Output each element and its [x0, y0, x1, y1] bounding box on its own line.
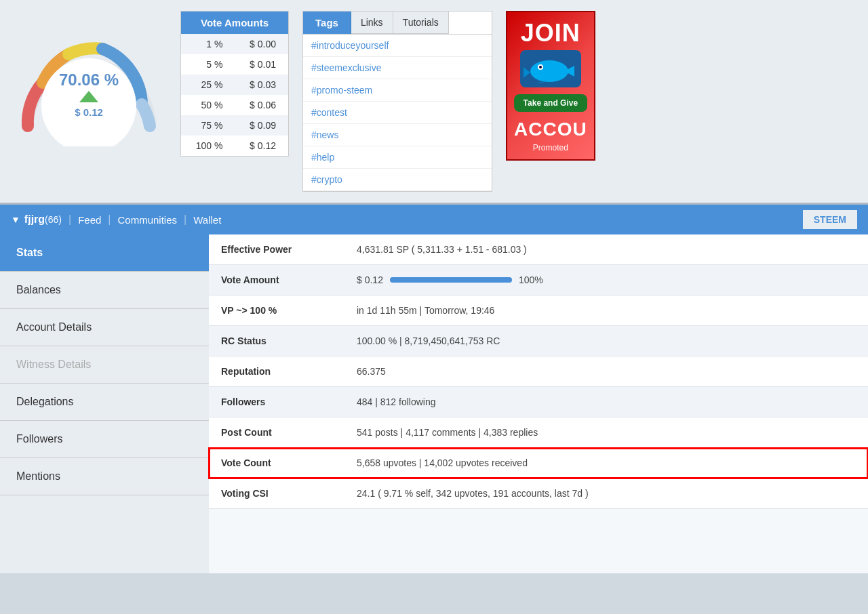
- stats-label: Followers: [209, 387, 344, 417]
- tags-box: Tags Links Tutorials #introduceyourself#…: [302, 11, 492, 192]
- ad-join-text: JOIN: [521, 19, 580, 47]
- ad-take-give: Take and Give: [514, 94, 587, 112]
- stats-row: Effective Power4,631.81 SP ( 5,311.33 + …: [209, 234, 868, 265]
- sidebar-item-witness-details: Witness Details: [0, 346, 209, 384]
- nav-sep-2: |: [108, 213, 111, 226]
- tab-tags[interactable]: Tags: [303, 12, 351, 34]
- vote-pct: 25 %: [181, 75, 235, 95]
- svg-text:70.06 %: 70.06 %: [59, 70, 119, 89]
- vote-bar-track: [390, 277, 512, 283]
- nav-communities-link[interactable]: Communities: [118, 214, 178, 226]
- stats-data: 5,658 upvotes | 14,002 upvotes received: [344, 448, 868, 478]
- vote-amounts-table: 1 %$ 0.005 %$ 0.0125 %$ 0.0350 %$ 0.0675…: [181, 34, 288, 156]
- vote-val: $ 0.12: [235, 136, 288, 156]
- nav-level: (66): [45, 214, 62, 225]
- tag-item[interactable]: #news: [303, 124, 492, 146]
- tags-header-row: Tags Links Tutorials: [303, 12, 492, 34]
- gauge-svg: 70.06 % $ 0.12: [14, 24, 163, 146]
- tag-item[interactable]: #steemexclusive: [303, 57, 492, 79]
- stats-data: 66.375: [344, 356, 868, 387]
- tag-item[interactable]: #promo-steem: [303, 79, 492, 102]
- vote-bar-pct-label: 100%: [519, 274, 543, 285]
- nav-feed-link[interactable]: Feed: [78, 214, 101, 226]
- sidebar-item-mentions[interactable]: Mentions: [0, 458, 209, 495]
- nav-sep-1: |: [68, 213, 71, 226]
- tag-item[interactable]: #help: [303, 146, 492, 169]
- sidebar-item-balances[interactable]: Balances: [0, 272, 209, 309]
- gauge-container: 70.06 % $ 0.12: [11, 11, 167, 160]
- vote-val: $ 0.09: [235, 115, 288, 136]
- nav-bar: ▼ fjjrg (66) | Feed | Communities | Wall…: [0, 205, 868, 234]
- sidebar: StatsBalancesAccount DetailsWitness Deta…: [0, 234, 209, 573]
- sidebar-item-account-details[interactable]: Account Details: [0, 309, 209, 346]
- vote-amount-row[interactable]: 50 %$ 0.06: [181, 95, 288, 115]
- tag-item[interactable]: #crypto: [303, 169, 492, 191]
- vote-pct: 5 %: [181, 54, 235, 75]
- vote-amounts-box: Vote Amounts 1 %$ 0.005 %$ 0.0125 %$ 0.0…: [180, 11, 289, 157]
- vote-pct: 50 %: [181, 95, 235, 115]
- vote-amount-row[interactable]: 100 %$ 0.12: [181, 136, 288, 156]
- top-section: 70.06 % $ 0.12 Vote Amounts 1 %$ 0.005 %…: [0, 0, 868, 205]
- sidebar-item-followers[interactable]: Followers: [0, 421, 209, 458]
- main-content: StatsBalancesAccount DetailsWitness Deta…: [0, 234, 868, 573]
- svg-marker-8: [524, 67, 530, 78]
- stats-label: RC Status: [209, 326, 344, 356]
- vote-pct: 1 %: [181, 34, 235, 54]
- stats-row: VP ~> 100 %in 1d 11h 55m | Tomorrow, 19:…: [209, 295, 868, 326]
- stats-value: 4,631.81 SP ( 5,311.33 + 1.51 - 681.03 ): [357, 244, 527, 255]
- stats-data: 24.1 ( 9.71 % self, 342 upvotes, 191 acc…: [344, 478, 868, 509]
- tags-list: #introduceyourself#steemexclusive#promo-…: [303, 34, 492, 191]
- ad-promote-text: Promoted: [533, 143, 568, 152]
- nav-triangle-icon[interactable]: ▼: [11, 214, 20, 225]
- vote-amounts-header: Vote Amounts: [181, 12, 288, 34]
- stats-data: $ 0.12 100%: [344, 265, 868, 295]
- sidebar-item-delegations[interactable]: Delegations: [0, 384, 209, 421]
- tab-tutorials[interactable]: Tutorials: [393, 12, 449, 34]
- vote-val: $ 0.00: [235, 34, 288, 54]
- stats-value: 484 | 812 following: [357, 396, 436, 407]
- sidebar-item-stats[interactable]: Stats: [0, 234, 209, 272]
- stats-data: 4,631.81 SP ( 5,311.33 + 1.51 - 681.03 ): [344, 234, 868, 265]
- stats-label: VP ~> 100 %: [209, 295, 344, 326]
- ad-accu-text: ACCOU: [514, 119, 587, 140]
- vote-bar-fill: [390, 277, 512, 283]
- stats-row: Reputation66.375: [209, 356, 868, 387]
- stats-row: Vote Count5,658 upvotes | 14,002 upvotes…: [209, 448, 868, 478]
- tag-item[interactable]: #introduceyourself: [303, 35, 492, 57]
- nav-username[interactable]: fjjrg: [24, 213, 45, 226]
- vote-amount-row[interactable]: 25 %$ 0.03: [181, 75, 288, 95]
- ad-box: JOIN Take and Give ACCOU Promoted: [506, 11, 595, 161]
- svg-text:$ 0.12: $ 0.12: [75, 106, 103, 118]
- stats-value: 66.375: [357, 366, 386, 377]
- stats-label: Voting CSI: [209, 478, 344, 509]
- stats-label: Vote Amount: [209, 265, 344, 295]
- stats-value: 100.00 % | 8,719,450,641,753 RC: [357, 335, 500, 346]
- stats-label: Vote Count: [209, 448, 344, 478]
- stats-data: 100.00 % | 8,719,450,641,753 RC: [344, 326, 868, 356]
- stats-row: Vote Amount $ 0.12 100%: [209, 265, 868, 295]
- nav-steem-button[interactable]: STEEM: [803, 210, 857, 229]
- stats-row: Followers484 | 812 following: [209, 387, 868, 417]
- stats-row: Voting CSI24.1 ( 9.71 % self, 342 upvote…: [209, 478, 868, 509]
- vote-pct: 75 %: [181, 115, 235, 136]
- stats-data: 541 posts | 4,117 comments | 4,383 repli…: [344, 417, 868, 448]
- vote-val: $ 0.01: [235, 54, 288, 75]
- stats-panel: Effective Power4,631.81 SP ( 5,311.33 + …: [209, 234, 868, 573]
- whale-icon: [524, 52, 578, 86]
- sidebar-items-container: StatsBalancesAccount DetailsWitness Deta…: [0, 234, 209, 495]
- stats-row: RC Status100.00 % | 8,719,450,641,753 RC: [209, 326, 868, 356]
- svg-point-4: [530, 60, 568, 82]
- stats-data: 484 | 812 following: [344, 387, 868, 417]
- stats-label: Effective Power: [209, 234, 344, 265]
- vote-amount-row[interactable]: 75 %$ 0.09: [181, 115, 288, 136]
- vote-amount-row[interactable]: 5 %$ 0.01: [181, 54, 288, 75]
- vote-pct: 100 %: [181, 136, 235, 156]
- vote-amount-value: $ 0.12: [357, 274, 383, 285]
- stats-label: Reputation: [209, 356, 344, 387]
- tag-item[interactable]: #contest: [303, 102, 492, 124]
- stats-value: 24.1 ( 9.71 % self, 342 upvotes, 191 acc…: [357, 488, 589, 499]
- nav-wallet-link[interactable]: Wallet: [193, 214, 221, 226]
- tab-links[interactable]: Links: [351, 12, 393, 34]
- vote-amount-row[interactable]: 1 %$ 0.00: [181, 34, 288, 54]
- svg-point-7: [539, 66, 542, 68]
